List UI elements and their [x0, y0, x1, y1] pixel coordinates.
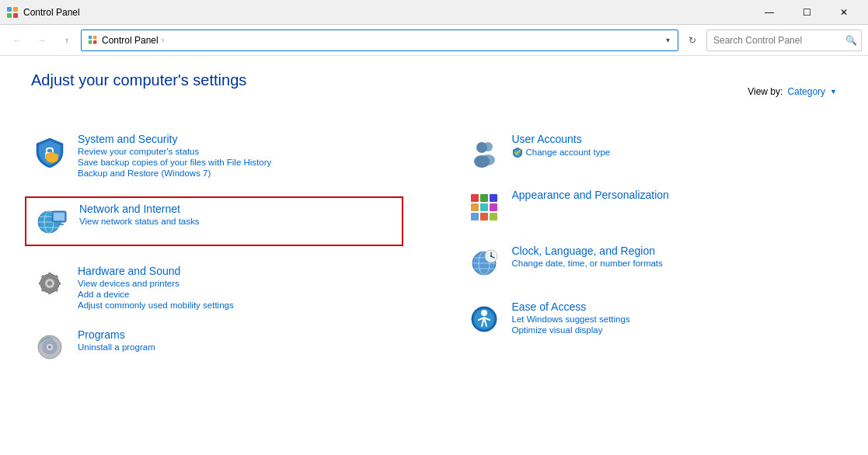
viewby-label: View by:: [748, 86, 783, 97]
hardware-sound-link1[interactable]: View devices and printers: [78, 279, 234, 288]
category-system-security[interactable]: System and Security Review your computer…: [31, 133, 403, 178]
network-internet-title[interactable]: Network and Internet: [79, 203, 199, 215]
user-accounts-title[interactable]: User Accounts: [512, 133, 611, 145]
network-internet-content: Network and Internet View network status…: [79, 203, 199, 226]
system-security-icon: [31, 133, 68, 170]
title-bar-left: Control Panel: [6, 6, 80, 19]
programs-icon: [31, 328, 68, 366]
programs-content: Programs Uninstall a program: [78, 328, 155, 352]
category-clock-region[interactable]: Clock, Language, and Region Change date,…: [465, 245, 838, 282]
page-title: Adjust your computer's settings: [31, 71, 246, 89]
refresh-button[interactable]: ↻: [682, 30, 703, 51]
user-accounts-content: User Accounts Change account type: [512, 133, 611, 158]
back-button[interactable]: ←: [6, 30, 28, 51]
svg-rect-21: [48, 273, 51, 276]
clock-region-title[interactable]: Clock, Language, and Region: [512, 245, 663, 257]
svg-rect-23: [57, 282, 61, 285]
svg-point-20: [47, 281, 52, 286]
svg-rect-1: [13, 7, 18, 12]
category-ease-access[interactable]: Ease of Access Let Windows suggest setti…: [465, 300, 838, 338]
address-dropdown-button[interactable]: ▾: [664, 34, 671, 46]
clock-region-link1[interactable]: Change date, time, or number formats: [512, 259, 663, 268]
right-column: User Accounts Change account type: [465, 133, 838, 384]
svg-rect-27: [39, 282, 43, 285]
up-button[interactable]: ↑: [56, 30, 78, 51]
svg-rect-44: [471, 213, 479, 221]
svg-rect-40: [490, 194, 497, 202]
programs-svg: [33, 331, 66, 363]
svg-rect-5: [93, 35, 96, 38]
search-wrap: 🔍: [706, 30, 862, 51]
forward-button[interactable]: →: [31, 30, 53, 51]
svg-rect-17: [54, 224, 64, 225]
title-bar-controls: — ☐ ✕: [751, 0, 862, 25]
address-bar: ← → ↑ Control Panel › ▾ ↻ 🔍: [0, 25, 868, 56]
search-input[interactable]: [706, 30, 862, 51]
ease-access-title[interactable]: Ease of Access: [512, 300, 630, 313]
category-hardware-sound[interactable]: Hardware and Sound View devices and prin…: [31, 265, 403, 310]
svg-rect-7: [93, 40, 96, 43]
network-internet-link1[interactable]: View network status and tasks: [79, 217, 199, 226]
address-input[interactable]: Control Panel › ▾: [81, 30, 678, 51]
svg-rect-25: [48, 290, 51, 294]
category-user-accounts[interactable]: User Accounts Change account type: [465, 133, 838, 170]
clock-svg: [468, 247, 500, 280]
svg-rect-42: [480, 203, 488, 211]
svg-rect-45: [480, 213, 488, 221]
system-security-title[interactable]: System and Security: [78, 133, 271, 145]
control-panel-icon: [6, 6, 19, 19]
svg-rect-2: [7, 13, 12, 18]
svg-rect-15: [54, 213, 64, 221]
system-security-link2[interactable]: Save backup copies of your files with Fi…: [78, 158, 271, 167]
svg-rect-6: [89, 40, 92, 43]
programs-title[interactable]: Programs: [78, 328, 155, 341]
svg-point-56: [490, 255, 492, 257]
viewby-arrow-icon[interactable]: ▼: [830, 88, 837, 96]
breadcrumb-root: Control Panel: [102, 35, 159, 46]
ease-access-link2[interactable]: Optimize visual display: [512, 325, 630, 335]
programs-link1[interactable]: Uninstall a program: [78, 342, 155, 352]
ease-svg: [468, 303, 500, 335]
svg-rect-4: [89, 35, 92, 38]
hardware-sound-link2[interactable]: Add a device: [78, 290, 234, 299]
svg-rect-46: [490, 213, 497, 221]
svg-rect-3: [13, 13, 18, 18]
title-bar-title: Control Panel: [23, 7, 80, 18]
category-network-internet[interactable]: Network and Internet View network status…: [25, 196, 403, 246]
hardware-sound-title[interactable]: Hardware and Sound: [78, 265, 234, 277]
left-column: System and Security Review your computer…: [31, 133, 403, 384]
uac-shield-icon: [512, 147, 523, 158]
minimize-button[interactable]: —: [751, 0, 787, 25]
title-bar: Control Panel — ☐ ✕: [0, 0, 868, 25]
close-button[interactable]: ✕: [826, 0, 862, 25]
system-security-link3[interactable]: Backup and Restore (Windows 7): [78, 168, 271, 178]
user-accounts-link1[interactable]: Change account type: [526, 148, 611, 157]
appearance-title[interactable]: Appearance and Personalization: [512, 189, 669, 201]
system-security-svg: [33, 135, 66, 168]
viewby-container: View by: Category ▼: [748, 86, 837, 97]
svg-rect-43: [490, 203, 497, 211]
svg-rect-41: [471, 203, 479, 211]
breadcrumb-icon: [88, 35, 99, 46]
system-security-link1[interactable]: Review your computer's status: [78, 147, 271, 156]
maximize-button[interactable]: ☐: [789, 0, 824, 25]
content-area: Adjust your computer's settings View by:…: [0, 56, 868, 455]
svg-rect-0: [7, 7, 12, 12]
svg-point-37: [474, 155, 490, 168]
category-programs[interactable]: Programs Uninstall a program: [31, 328, 403, 366]
ease-access-icon: [465, 300, 503, 338]
svg-point-59: [481, 310, 487, 316]
category-appearance[interactable]: Appearance and Personalization: [465, 189, 838, 226]
svg-rect-16: [57, 222, 61, 224]
appearance-content: Appearance and Personalization: [512, 189, 669, 201]
search-icon[interactable]: 🔍: [845, 35, 857, 46]
content-wrapper: Adjust your computer's settings View by:…: [31, 71, 837, 384]
ease-access-link1[interactable]: Let Windows suggest settings: [512, 314, 630, 324]
user-accounts-icon: [465, 133, 503, 170]
hardware-sound-content: Hardware and Sound View devices and prin…: [78, 265, 234, 310]
svg-rect-39: [480, 194, 488, 202]
hardware-sound-icon: [31, 265, 68, 302]
hardware-sound-link3[interactable]: Adjust commonly used mobility settings: [78, 300, 234, 310]
viewby-value[interactable]: Category: [787, 86, 825, 97]
clock-region-icon: [465, 245, 503, 282]
